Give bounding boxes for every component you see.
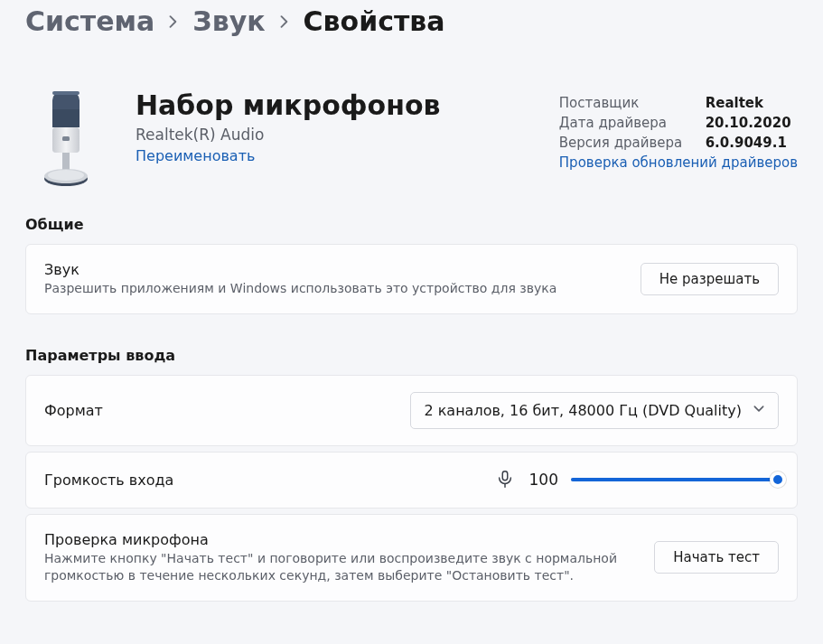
rename-link[interactable]: Переименовать: [136, 147, 255, 164]
slider-thumb[interactable]: [770, 471, 786, 488]
input-volume-slider[interactable]: [571, 471, 779, 489]
breadcrumb-sound[interactable]: Звук: [192, 5, 265, 37]
driver-date-value: 20.10.2020: [706, 115, 798, 131]
provider-label: Поставщик: [559, 95, 689, 111]
start-test-button[interactable]: Начать тест: [654, 541, 779, 574]
device-subtitle: Realtek(R) Audio: [136, 126, 530, 144]
format-selected-value: 2 каналов, 16 бит, 48000 Гц (DVD Quality…: [424, 402, 742, 419]
chevron-right-icon: [278, 11, 291, 33]
format-select[interactable]: 2 каналов, 16 бит, 48000 Гц (DVD Quality…: [410, 392, 779, 429]
section-heading-input-params: Параметры ввода: [0, 347, 823, 364]
check-driver-updates-link[interactable]: Проверка обновлений драйверов: [559, 154, 798, 171]
driver-version-value: 6.0.9049.1: [706, 135, 798, 151]
disallow-button[interactable]: Не разрешать: [641, 263, 779, 295]
mic-test-desc: Нажмите кнопку "Начать тест" и поговорит…: [44, 550, 640, 584]
input-volume-card: Громкость входа 100: [25, 452, 798, 509]
device-header: Набор микрофонов Realtek(R) Audio Переим…: [0, 46, 823, 210]
breadcrumb-current: Свойства: [304, 5, 445, 37]
device-title-block: Набор микрофонов Realtek(R) Audio Переим…: [136, 89, 530, 189]
driver-meta: Поставщик Realtek Дата драйвера 20.10.20…: [559, 89, 798, 171]
chevron-right-icon: [167, 11, 180, 33]
svg-rect-1: [52, 109, 79, 127]
mic-test-title: Проверка микрофона: [44, 531, 640, 548]
driver-version-label: Версия драйвера: [559, 135, 689, 151]
audio-permission-card: Звук Разрешить приложениям и Windows исп…: [25, 244, 798, 314]
input-volume-value: 100: [528, 471, 558, 489]
svg-rect-2: [52, 91, 79, 95]
svg-rect-5: [62, 136, 70, 141]
device-title: Набор микрофонов: [136, 89, 530, 122]
format-card: Формат 2 каналов, 16 бит, 48000 Гц (DVD …: [25, 375, 798, 446]
svg-point-9: [48, 170, 84, 181]
section-heading-general: Общие: [0, 216, 823, 233]
svg-rect-10: [502, 471, 508, 481]
audio-permission-desc: Разрешить приложениям и Windows использо…: [44, 280, 626, 297]
format-label: Формат: [44, 402, 396, 419]
breadcrumb: Система Звук Свойства: [0, 0, 823, 46]
input-volume-label: Громкость входа: [44, 471, 481, 489]
microphone-glyph-icon: [495, 469, 515, 491]
mic-test-card: Проверка микрофона Нажмите кнопку "Начат…: [25, 514, 798, 602]
chevron-down-icon: [753, 402, 765, 419]
provider-value: Realtek: [706, 95, 798, 111]
microphone-icon: [25, 89, 107, 189]
driver-date-label: Дата драйвера: [559, 115, 689, 131]
breadcrumb-system[interactable]: Система: [25, 5, 154, 37]
audio-permission-title: Звук: [44, 261, 626, 278]
